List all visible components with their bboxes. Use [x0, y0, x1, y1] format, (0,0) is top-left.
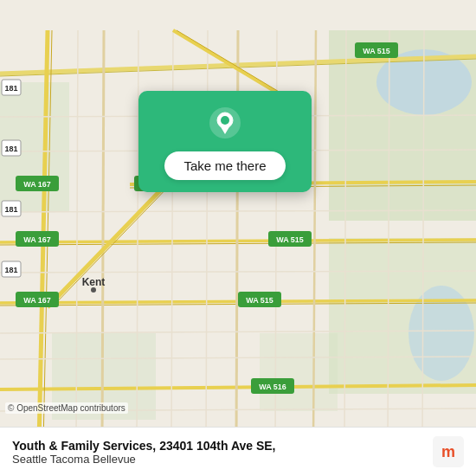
svg-text:WA 167: WA 167: [23, 296, 51, 305]
svg-text:181: 181: [4, 145, 17, 153]
location-pin-icon: [209, 106, 241, 143]
svg-text:181: 181: [4, 84, 17, 93]
svg-text:Kent: Kent: [82, 276, 106, 288]
city-line: Seattle Tacoma Bellevue: [12, 453, 276, 466]
bottom-bar: Youth & Family Services, 23401 104th Ave…: [0, 427, 476, 476]
osm-text: © OpenStreetMap contributors: [8, 403, 125, 413]
svg-text:WA 515: WA 515: [363, 47, 390, 55]
svg-rect-5: [260, 333, 338, 411]
svg-text:m: m: [441, 443, 455, 460]
svg-text:WA 516: WA 516: [259, 383, 286, 391]
svg-line-19: [102, 30, 104, 446]
moovit-logo: m: [433, 436, 464, 467]
moovit-icon: m: [433, 436, 464, 467]
svg-text:181: 181: [4, 266, 17, 274]
take-me-there-button[interactable]: Take me there: [164, 151, 285, 180]
address-line: Youth & Family Services, 23401 104th Ave…: [12, 439, 276, 453]
svg-text:WA 515: WA 515: [246, 296, 273, 305]
svg-text:181: 181: [4, 205, 17, 214]
map-container: WA 515 WA 515 WA 515 WA 515 WA 167 WA 16…: [0, 0, 476, 476]
svg-text:WA 167: WA 167: [23, 235, 51, 244]
address-block: Youth & Family Services, 23401 104th Ave…: [12, 439, 276, 466]
osm-attribution: © OpenStreetMap contributors: [5, 402, 128, 414]
svg-point-68: [91, 287, 96, 293]
popup-card: Take me there: [138, 91, 312, 192]
svg-point-71: [221, 116, 229, 125]
svg-text:WA 167: WA 167: [23, 180, 51, 189]
svg-text:WA 515: WA 515: [276, 235, 304, 244]
